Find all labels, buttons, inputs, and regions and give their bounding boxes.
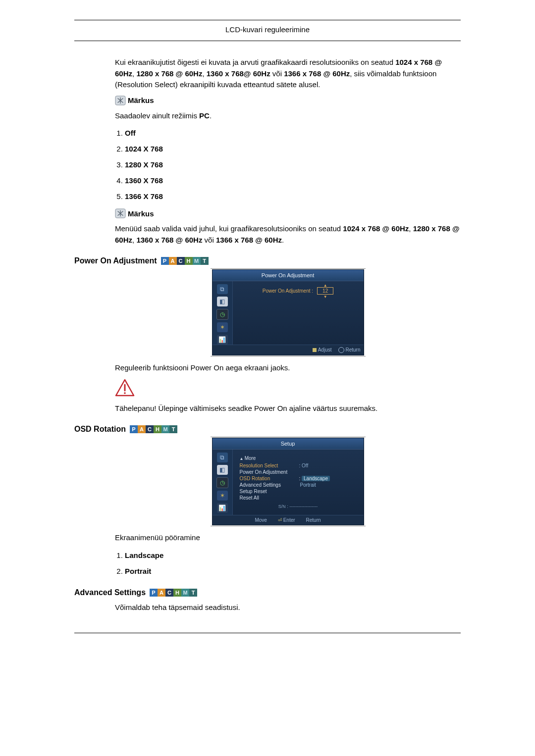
poa-value-box: ▲ 12 ▼: [317, 287, 333, 295]
mode-c-icon: C: [146, 425, 154, 433]
osd-title: Setup: [213, 438, 364, 450]
mode-h-icon: H: [185, 257, 193, 265]
mode-a-icon: A: [158, 589, 165, 597]
note2-text: Menüüd saab valida vaid juhul, kui graaf…: [115, 223, 461, 246]
note-icon: [115, 208, 126, 218]
osd-side-icon: ✶: [217, 491, 228, 501]
osd-sidebar: ⧉ ◧ ◷ ✶ 📊: [213, 450, 233, 515]
mode-t-icon: T: [169, 425, 177, 433]
mode-badges: P A C H M T: [161, 257, 209, 265]
osd-side-icon: ◷: [216, 309, 228, 320]
mode-a-icon: A: [169, 257, 177, 265]
mode-p-icon: P: [130, 425, 138, 433]
mode-a-icon: A: [138, 425, 146, 433]
mode-p-icon: P: [150, 589, 158, 597]
poa-desc: Reguleerib funktsiooni Power On aega ekr…: [115, 362, 461, 374]
mode-m-icon: M: [181, 589, 189, 597]
page-header: LCD-kuvari reguleerimine: [74, 23, 461, 41]
osdr-heading: OSD Rotation P A C H M T: [74, 425, 461, 434]
osd-side-icon: ⧉: [217, 453, 228, 462]
osd-footer: Adjust Return: [213, 345, 364, 355]
osdr-osd-screenshot: Setup ⧉ ◧ ◷ ✶ 📊 More Resolution Select: …: [212, 438, 364, 525]
res-opt-2: 1024 X 768: [125, 145, 163, 153]
note-label: Märkus: [128, 209, 154, 218]
res-opt-5: 1366 X 768: [125, 192, 163, 201]
setup-item: Advanced Settings: [240, 482, 299, 488]
mode-p-icon: P: [161, 257, 169, 265]
note1-text: Saadaolev ainult režiimis PC.: [115, 110, 461, 122]
setup-item: Setup Reset: [240, 489, 299, 494]
more-row: More: [240, 455, 357, 461]
setup-item: OSD Rotation: [240, 476, 299, 481]
osd-side-icon: ◧: [217, 297, 228, 306]
mode-h-icon: H: [173, 589, 181, 597]
osdr-options-list: Landscape Portrait: [115, 550, 461, 577]
res-opt-3: 1280 X 768: [125, 160, 163, 169]
mode-h-icon: H: [154, 425, 161, 433]
setup-item: Resolution Select: [240, 463, 299, 468]
mode-c-icon: C: [177, 257, 185, 265]
osd-side-icon: 📊: [217, 503, 228, 513]
note-label: Märkus: [128, 96, 154, 104]
note-row-1: Märkus: [115, 96, 461, 105]
osd-side-icon: 📊: [217, 335, 228, 345]
osd-side-icon: ⧉: [217, 284, 228, 294]
resolution-options-list: Off 1024 X 768 1280 X 768 1360 X 768 136…: [115, 127, 461, 202]
mode-t-icon: T: [201, 257, 209, 265]
note-icon: [115, 96, 126, 105]
osd-side-icon: ◧: [217, 465, 228, 475]
osdr-desc: Ekraanimenüü pööramine: [115, 532, 461, 544]
mode-badges: P A C H M T: [150, 589, 197, 597]
mode-c-icon: C: [165, 589, 173, 597]
setup-menu-list: More Resolution Select: Off Power On Adj…: [240, 455, 357, 509]
osd-side-icon: ✶: [217, 322, 228, 332]
osdr-opt-1: Landscape: [125, 551, 163, 559]
mode-m-icon: M: [193, 257, 201, 265]
osd-side-icon: ◷: [216, 477, 228, 488]
res-opt-1: Off: [125, 129, 136, 137]
note-row-2: Märkus: [115, 208, 461, 218]
warning-icon: [115, 379, 461, 398]
poa-field-label: Power On Adjustment :: [263, 288, 313, 294]
poa-osd-screenshot: Power On Adjustment ⧉ ◧ ◷ ✶ 📊 Power On A…: [212, 269, 364, 355]
setup-item: Reset All: [240, 495, 299, 501]
adv-desc: Võimaldab teha täpsemaid seadistusi.: [115, 602, 461, 613]
setup-item: Power On Adjustment: [240, 469, 299, 475]
mode-badges: P A C H M T: [130, 425, 177, 433]
svg-point-3: [124, 392, 126, 394]
mode-m-icon: M: [161, 425, 169, 433]
intro-paragraph: Kui ekraanikujutist õigesti ei kuvata ja…: [115, 57, 461, 91]
osd-sidebar: ⧉ ◧ ◷ ✶ 📊: [213, 281, 233, 345]
res-opt-4: 1360 X 768: [125, 176, 163, 185]
osd-title: Power On Adjustment: [213, 270, 364, 281]
poa-heading: Power On Adjustment P A C H M T: [74, 256, 461, 265]
adv-heading: Advanced Settings P A C H M T: [74, 588, 461, 597]
mode-t-icon: T: [189, 589, 197, 597]
osd-footer: Move ⏎ Enter Return: [213, 515, 364, 525]
poa-warning-text: Tähelepanu! Ülepinge vältimiseks seadke …: [115, 403, 461, 414]
osdr-opt-2: Portrait: [125, 567, 151, 575]
serial-number-row: S/N : -------------------: [240, 504, 357, 509]
